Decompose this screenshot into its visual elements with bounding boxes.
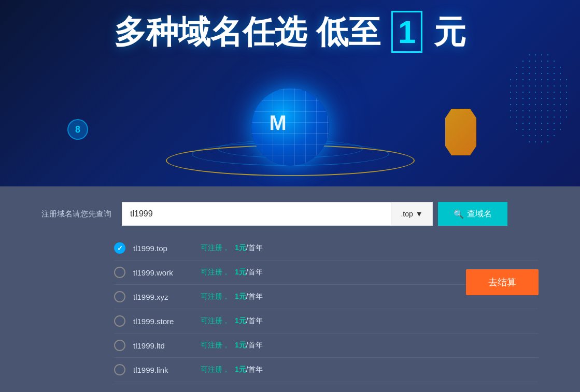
domain-status: 可注册，: [201, 365, 230, 374]
list-item: tl1999.top 可注册， 1元/首年: [114, 236, 539, 260]
list-item: tl1999.ltd 可注册， 1元/首年: [114, 333, 539, 358]
globe-letter: M: [270, 111, 287, 135]
banner-title: 多种域名任选 低至 1 元: [114, 10, 465, 54]
title-prefix: 多种域名任选 低至: [114, 14, 380, 50]
chevron-down-icon: ▼: [416, 210, 423, 218]
globe-grid: [251, 88, 329, 166]
domain-status: 可注册，: [201, 268, 230, 277]
domain-radio-link[interactable]: [114, 364, 125, 375]
search-icon: 🔍: [454, 209, 464, 219]
domain-status: 可注册，: [201, 292, 230, 301]
badge-8: 8: [67, 119, 88, 140]
domain-ext-select[interactable]: .top ▼: [391, 202, 433, 226]
page-wrapper: 多种域名任选 低至 1 元 M 8 注册域名请您先查询 .top ▼: [0, 0, 580, 392]
title-suffix: 元: [434, 14, 466, 50]
domain-price: 1元/首年: [235, 292, 263, 301]
domain-name: tl1999.work: [133, 268, 201, 277]
domain-status: 可注册，: [201, 243, 230, 253]
domain-status: 可注册，: [201, 341, 230, 350]
search-input-group: .top ▼: [122, 202, 433, 226]
checkout-button[interactable]: 去结算: [466, 269, 539, 295]
ext-value: .top: [401, 210, 413, 218]
search-button[interactable]: 🔍 查域名: [438, 202, 507, 226]
search-label: 注册域名请您先查询: [41, 209, 111, 219]
domain-name: tl1999.ltd: [133, 341, 201, 350]
domain-name: tl1999.link: [133, 366, 201, 374]
list-item: tl1999.store 可注册， 1元/首年: [114, 309, 539, 333]
domain-status: 可注册，: [201, 316, 230, 326]
title-number: 1: [391, 11, 422, 53]
search-row: 注册域名请您先查询 .top ▼ 🔍 查域名: [41, 202, 539, 226]
domain-name: tl1999.store: [133, 317, 201, 326]
dots-decoration: [507, 52, 570, 145]
list-item: tl1999.link 可注册， 1元/首年: [114, 358, 539, 382]
domain-radio-work[interactable]: [114, 267, 125, 278]
domain-radio-store[interactable]: [114, 315, 125, 327]
domain-price: 1元/首年: [235, 316, 263, 326]
domain-radio-ltd[interactable]: [114, 340, 125, 351]
domain-price: 1元/首年: [235, 243, 263, 253]
domain-radio-xyz[interactable]: [114, 291, 125, 302]
search-input[interactable]: [122, 202, 391, 226]
gold-accent: [445, 109, 476, 155]
domain-price: 1元/首年: [235, 341, 263, 350]
domain-name: tl1999.top: [133, 244, 201, 253]
domain-price: 1元/首年: [235, 268, 263, 277]
banner: 多种域名任选 低至 1 元 M 8: [0, 0, 580, 186]
domain-name: tl1999.xyz: [133, 293, 201, 301]
domain-price: 1元/首年: [235, 365, 263, 374]
domain-radio-top[interactable]: [114, 242, 125, 254]
search-btn-label: 查域名: [467, 209, 492, 220]
globe-sphere: M: [251, 88, 329, 166]
domain-results: tl1999.top 可注册， 1元/首年 tl1999.work 可注册， 1…: [114, 236, 539, 382]
search-section: 注册域名请您先查询 .top ▼ 🔍 查域名 tl1999.top 可注册， 1…: [0, 186, 580, 392]
